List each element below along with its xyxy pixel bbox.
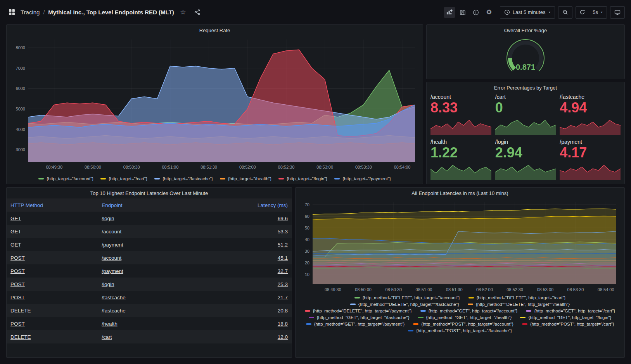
column-header-latency[interactable]: Latency (ms) xyxy=(188,198,292,212)
endpoint-link[interactable]: /payment xyxy=(102,242,123,248)
latency-value[interactable]: 20.8 xyxy=(278,308,288,314)
latency-value[interactable]: 25.3 xyxy=(278,281,288,287)
endpoint-link[interactable]: /fastcache xyxy=(102,295,126,300)
endpoint-link[interactable]: /account xyxy=(102,255,121,261)
legend-item[interactable]: {http_method="GET", http_target="/paymen… xyxy=(306,322,405,326)
legend-item[interactable]: {http_method="GET", http_target="/accoun… xyxy=(420,309,518,313)
stat-label: /health xyxy=(430,139,491,145)
method-link[interactable]: POST xyxy=(10,268,25,274)
panel-title[interactable]: Top 10 Highest Endpoint Latencies Over L… xyxy=(7,188,292,198)
panel-title[interactable]: Request Rate xyxy=(7,25,423,36)
dashboard-insights-button[interactable] xyxy=(470,7,481,18)
column-header-method[interactable]: HTTP Method xyxy=(7,198,98,212)
legend-series-marker xyxy=(420,310,426,312)
endpoint-link[interactable]: /payment xyxy=(102,268,123,274)
table-cell-method: DELETE xyxy=(7,330,98,343)
method-link[interactable]: GET xyxy=(10,216,21,221)
svg-text:20: 20 xyxy=(305,260,309,265)
legend-item[interactable]: {http_target="/fastcache"} xyxy=(154,176,213,181)
panel-title[interactable]: Error Percentages by Target xyxy=(427,82,624,93)
request-rate-chart[interactable]: 30004000500060007000800008:49:3008:50:00… xyxy=(8,35,421,171)
legend-series-marker xyxy=(305,310,310,312)
all-latencies-chart[interactable]: 1020304050607008:49:3008:50:0008:50:3008… xyxy=(297,198,623,293)
table-row: GET/payment51.2 xyxy=(7,238,292,251)
svg-text:08:49:30: 08:49:30 xyxy=(46,165,62,169)
stat-value: 4.17 xyxy=(560,145,621,160)
latency-value[interactable]: 69.6 xyxy=(278,216,288,221)
legend-series-marker xyxy=(468,297,474,298)
latency-value[interactable]: 21.7 xyxy=(278,295,288,300)
svg-text:70: 70 xyxy=(305,202,309,207)
refresh-interval-select[interactable]: 5s ▼ xyxy=(589,7,607,18)
svg-text:7000: 7000 xyxy=(16,66,25,71)
svg-text:08:51:30: 08:51:30 xyxy=(446,287,463,292)
svg-text:60: 60 xyxy=(305,214,309,219)
legend-item[interactable]: {http_method="GET", http_target="/health… xyxy=(418,315,512,320)
method-link[interactable]: DELETE xyxy=(10,308,31,314)
error-stat-fastcache[interactable]: /fastcache4.94 xyxy=(560,94,621,135)
method-link[interactable]: POST xyxy=(10,281,25,287)
endpoint-link[interactable]: /account xyxy=(102,229,121,235)
legend-item[interactable]: {http_target="/payment"} xyxy=(334,176,391,181)
endpoint-link[interactable]: /login xyxy=(102,281,114,287)
dashboard-settings-button[interactable]: ⚙ xyxy=(484,7,494,18)
favorite-star-icon[interactable]: ☆ xyxy=(178,7,188,18)
stat-sparkline xyxy=(560,118,621,135)
error-stat-account[interactable]: /account8.33 xyxy=(430,94,491,135)
legend-item[interactable]: {http_method="GET", http_target="/cart"} xyxy=(526,309,615,313)
method-link[interactable]: GET xyxy=(10,229,21,235)
legend-item[interactable]: {http_method="POST", http_target="/fastc… xyxy=(408,328,512,333)
save-dashboard-button[interactable] xyxy=(457,7,468,18)
legend-item[interactable]: {http_method="DELETE", http_target="/pay… xyxy=(305,309,412,313)
time-range-picker[interactable]: Last 5 minutes ▼ xyxy=(500,6,555,19)
zoom-out-time-button[interactable] xyxy=(558,6,572,19)
method-link[interactable]: POST xyxy=(10,295,25,300)
legend-item[interactable]: {http_target="/login"} xyxy=(278,176,327,181)
legend-item[interactable]: {http_method="DELETE", http_target="/fas… xyxy=(350,302,459,307)
latency-value[interactable]: 32.7 xyxy=(278,268,288,274)
latency-value[interactable]: 51.2 xyxy=(278,242,288,248)
latency-value[interactable]: 45.1 xyxy=(278,255,288,261)
legend-item[interactable]: {http_method="DELETE", http_target="/hea… xyxy=(468,302,570,307)
panel-title[interactable]: Overall Error %age xyxy=(427,25,624,36)
refresh-dashboard-button[interactable] xyxy=(576,7,589,18)
legend-item[interactable]: {http_target="/cart"} xyxy=(100,176,147,181)
legend-item[interactable]: {http_method="GET", http_target="/login"… xyxy=(520,315,611,320)
endpoint-link[interactable]: /health xyxy=(102,321,118,327)
dashboard-toolbar: ⚙ Last 5 minutes ▼ 5s ▼ xyxy=(444,6,625,19)
legend-item[interactable]: {http_target="/health"} xyxy=(220,176,271,181)
add-panel-button[interactable] xyxy=(444,7,455,18)
latency-value[interactable]: 53.3 xyxy=(278,229,288,235)
latency-value[interactable]: 18.8 xyxy=(278,321,288,327)
endpoint-link[interactable]: /fastcache xyxy=(102,308,126,314)
breadcrumb-section[interactable]: Tracing xyxy=(21,9,40,16)
table-cell-latency: 25.3 xyxy=(188,278,292,291)
legend-item[interactable]: {http_method="POST", http_target="/cart"… xyxy=(522,322,614,326)
method-link[interactable]: DELETE xyxy=(10,334,31,340)
legend-item[interactable]: {http_method="DELETE", http_target="/car… xyxy=(468,295,566,300)
error-stat-payment[interactable]: /payment4.17 xyxy=(560,139,621,180)
legend-item[interactable]: {http_method="DELETE", http_target="/acc… xyxy=(354,295,460,300)
share-icon[interactable] xyxy=(192,7,203,18)
error-stat-login[interactable]: /login2.94 xyxy=(495,139,556,180)
latency-value[interactable]: 12.0 xyxy=(278,334,288,340)
method-link[interactable]: GET xyxy=(10,242,21,248)
endpoint-link[interactable]: /login xyxy=(102,216,114,221)
panel-title[interactable]: All Endpoint Latencies in ms (Last 10 mi… xyxy=(296,188,624,198)
legend-item[interactable]: {http_target="/account"} xyxy=(38,176,93,181)
column-header-endpoint[interactable]: Endpoint xyxy=(98,198,188,212)
error-stat-cart[interactable]: /cart0 xyxy=(495,94,556,135)
method-link[interactable]: POST xyxy=(10,255,25,261)
method-link[interactable]: POST xyxy=(10,321,25,327)
legend-item[interactable]: {http_method="GET", http_target="/fastca… xyxy=(309,315,410,320)
stat-value: 8.33 xyxy=(430,100,491,115)
table-row: GET/login69.6 xyxy=(7,212,292,225)
all-latencies-panel: All Endpoint Latencies in ms (Last 10 mi… xyxy=(295,187,625,358)
svg-text:10: 10 xyxy=(305,272,309,277)
tv-mode-button[interactable] xyxy=(610,6,625,19)
error-stat-health[interactable]: /health1.22 xyxy=(430,139,491,180)
request-rate-legend: {http_target="/account"}{http_target="/c… xyxy=(7,176,423,181)
legend-item[interactable]: {http_method="POST", http_target="/accou… xyxy=(413,322,513,326)
apps-menu-icon[interactable] xyxy=(6,7,17,18)
endpoint-link[interactable]: /cart xyxy=(102,334,112,340)
